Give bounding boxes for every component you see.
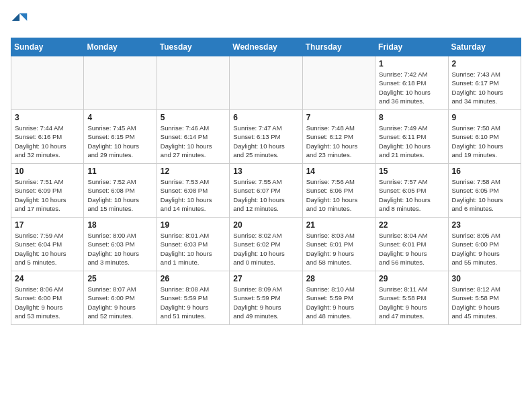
cell-info: Sunrise: 8:04 AM Sunset: 6:01 PM Dayligh… [379,231,444,267]
day-number: 15 [379,167,444,176]
day-number: 13 [233,167,298,176]
calendar-cell [11,56,84,110]
day-number: 29 [379,274,444,283]
cell-info: Sunrise: 8:00 AM Sunset: 6:03 PM Dayligh… [87,231,152,267]
calendar-cell: 3Sunrise: 7:44 AM Sunset: 6:16 PM Daylig… [11,110,84,164]
calendar-cell: 1Sunrise: 7:42 AM Sunset: 6:18 PM Daylig… [375,56,448,110]
calendar-cell: 7Sunrise: 7:48 AM Sunset: 6:12 PM Daylig… [302,110,375,164]
day-number: 25 [87,274,152,283]
logo-icon [11,11,30,30]
calendar-cell [84,56,157,110]
cell-info: Sunrise: 8:05 AM Sunset: 6:00 PM Dayligh… [452,231,517,267]
day-number: 26 [161,274,226,283]
cell-info: Sunrise: 7:45 AM Sunset: 6:15 PM Dayligh… [87,124,152,159]
cell-info: Sunrise: 7:56 AM Sunset: 6:06 PM Dayligh… [306,177,371,213]
cell-info: Sunrise: 8:11 AM Sunset: 5:58 PM Dayligh… [379,285,444,320]
cell-info: Sunrise: 7:48 AM Sunset: 6:12 PM Dayligh… [306,124,371,159]
weekday-header: Wednesday [230,38,302,56]
cell-info: Sunrise: 8:01 AM Sunset: 6:03 PM Dayligh… [161,231,226,267]
cell-info: Sunrise: 8:09 AM Sunset: 5:59 PM Dayligh… [233,285,298,320]
calendar-cell [230,56,302,110]
cell-info: Sunrise: 7:42 AM Sunset: 6:18 PM Dayligh… [379,70,444,105]
calendar-cell: 20Sunrise: 8:02 AM Sunset: 6:02 PM Dayli… [230,218,302,271]
calendar-header-row: SundayMondayTuesdayWednesdayThursdayFrid… [11,38,521,56]
day-number: 10 [15,167,80,176]
day-number: 1 [379,59,444,68]
cell-info: Sunrise: 7:52 AM Sunset: 6:08 PM Dayligh… [87,177,152,213]
calendar-week-row: 24Sunrise: 8:06 AM Sunset: 6:00 PM Dayli… [11,271,521,325]
calendar-cell: 28Sunrise: 8:10 AM Sunset: 5:59 PM Dayli… [302,271,375,325]
cell-info: Sunrise: 7:46 AM Sunset: 6:14 PM Dayligh… [161,124,226,159]
calendar-week-row: 17Sunrise: 7:59 AM Sunset: 6:04 PM Dayli… [11,218,521,271]
cell-info: Sunrise: 8:06 AM Sunset: 6:00 PM Dayligh… [15,285,80,320]
cell-info: Sunrise: 7:53 AM Sunset: 6:08 PM Dayligh… [161,177,226,213]
svg-marker-0 [19,13,27,21]
cell-info: Sunrise: 7:44 AM Sunset: 6:16 PM Dayligh… [15,124,80,159]
day-number: 23 [452,220,517,230]
cell-info: Sunrise: 7:43 AM Sunset: 6:17 PM Dayligh… [452,70,517,105]
day-number: 20 [233,220,298,230]
calendar-week-row: 10Sunrise: 7:51 AM Sunset: 6:09 PM Dayli… [11,164,521,218]
calendar-week-row: 3Sunrise: 7:44 AM Sunset: 6:16 PM Daylig… [11,110,521,164]
day-number: 8 [379,113,444,122]
calendar-cell: 4Sunrise: 7:45 AM Sunset: 6:15 PM Daylig… [84,110,157,164]
calendar-cell: 16Sunrise: 7:58 AM Sunset: 6:05 PM Dayli… [448,164,521,218]
calendar-cell: 2Sunrise: 7:43 AM Sunset: 6:17 PM Daylig… [448,56,521,110]
day-number: 7 [306,113,371,122]
day-number: 21 [306,220,371,230]
svg-marker-1 [12,13,19,21]
day-number: 9 [452,113,517,122]
calendar-cell: 14Sunrise: 7:56 AM Sunset: 6:06 PM Dayli… [302,164,375,218]
cell-info: Sunrise: 7:47 AM Sunset: 6:13 PM Dayligh… [233,124,298,159]
calendar-table: SundayMondayTuesdayWednesdayThursdayFrid… [11,38,521,325]
cell-info: Sunrise: 7:59 AM Sunset: 6:04 PM Dayligh… [15,231,80,267]
cell-info: Sunrise: 7:57 AM Sunset: 6:05 PM Dayligh… [379,177,444,213]
day-number: 30 [452,274,517,283]
cell-info: Sunrise: 8:12 AM Sunset: 5:58 PM Dayligh… [452,285,517,320]
day-number: 17 [15,220,80,230]
calendar-cell: 24Sunrise: 8:06 AM Sunset: 6:00 PM Dayli… [11,271,84,325]
day-number: 22 [379,220,444,230]
calendar-cell: 17Sunrise: 7:59 AM Sunset: 6:04 PM Dayli… [11,218,84,271]
calendar-week-row: 1Sunrise: 7:42 AM Sunset: 6:18 PM Daylig… [11,56,521,110]
calendar-cell: 5Sunrise: 7:46 AM Sunset: 6:14 PM Daylig… [157,110,229,164]
calendar-cell: 27Sunrise: 8:09 AM Sunset: 5:59 PM Dayli… [230,271,302,325]
cell-info: Sunrise: 7:50 AM Sunset: 6:10 PM Dayligh… [452,124,517,159]
cell-info: Sunrise: 8:02 AM Sunset: 6:02 PM Dayligh… [233,231,298,267]
day-number: 5 [161,113,226,122]
page-header [11,11,521,30]
calendar-cell: 23Sunrise: 8:05 AM Sunset: 6:00 PM Dayli… [448,218,521,271]
day-number: 16 [452,167,517,176]
calendar-cell: 8Sunrise: 7:49 AM Sunset: 6:11 PM Daylig… [375,110,448,164]
calendar-cell: 19Sunrise: 8:01 AM Sunset: 6:03 PM Dayli… [157,218,229,271]
cell-info: Sunrise: 8:08 AM Sunset: 5:59 PM Dayligh… [161,285,226,320]
calendar-cell: 13Sunrise: 7:55 AM Sunset: 6:07 PM Dayli… [230,164,302,218]
day-number: 11 [87,167,152,176]
cell-info: Sunrise: 7:49 AM Sunset: 6:11 PM Dayligh… [379,124,444,159]
calendar-cell: 6Sunrise: 7:47 AM Sunset: 6:13 PM Daylig… [230,110,302,164]
cell-info: Sunrise: 8:03 AM Sunset: 6:01 PM Dayligh… [306,231,371,267]
day-number: 3 [15,113,80,122]
weekday-header: Tuesday [157,38,229,56]
calendar-cell: 30Sunrise: 8:12 AM Sunset: 5:58 PM Dayli… [448,271,521,325]
day-number: 2 [452,59,517,68]
logo [11,11,32,30]
weekday-header: Thursday [302,38,375,56]
weekday-header: Friday [375,38,448,56]
calendar-cell [302,56,375,110]
calendar-cell: 11Sunrise: 7:52 AM Sunset: 6:08 PM Dayli… [84,164,157,218]
weekday-header: Monday [84,38,157,56]
cell-info: Sunrise: 8:10 AM Sunset: 5:59 PM Dayligh… [306,285,371,320]
weekday-header: Saturday [448,38,521,56]
day-number: 27 [233,274,298,283]
calendar-cell: 9Sunrise: 7:50 AM Sunset: 6:10 PM Daylig… [448,110,521,164]
calendar-cell: 29Sunrise: 8:11 AM Sunset: 5:58 PM Dayli… [375,271,448,325]
cell-info: Sunrise: 7:58 AM Sunset: 6:05 PM Dayligh… [452,177,517,213]
cell-info: Sunrise: 7:55 AM Sunset: 6:07 PM Dayligh… [233,177,298,213]
cell-info: Sunrise: 8:07 AM Sunset: 6:00 PM Dayligh… [87,285,152,320]
calendar-cell [157,56,229,110]
calendar-cell: 10Sunrise: 7:51 AM Sunset: 6:09 PM Dayli… [11,164,84,218]
calendar-body: 1Sunrise: 7:42 AM Sunset: 6:18 PM Daylig… [11,56,521,325]
day-number: 6 [233,113,298,122]
day-number: 24 [15,274,80,283]
